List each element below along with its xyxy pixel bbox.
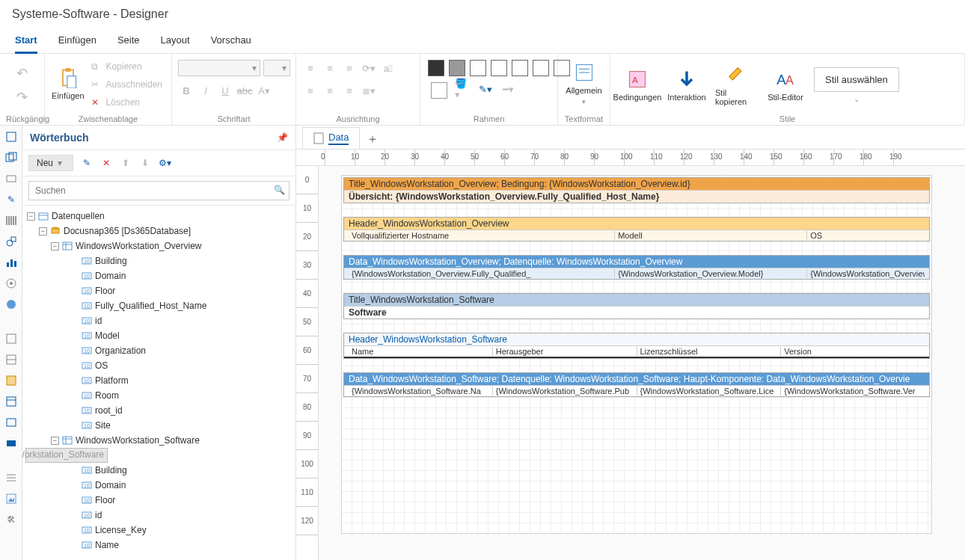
band-data-software[interactable]: Data_WindowsWorkstation_Software; Datenq… bbox=[343, 372, 930, 397]
band-header-software[interactable]: Header_WindowsWorkstation_Software Name … bbox=[343, 333, 930, 359]
style-editor-button[interactable]: AA Stil-Editor bbox=[765, 58, 806, 112]
tree-field[interactable]: 10id bbox=[25, 313, 292, 328]
menu-tab-page[interactable]: Seite bbox=[117, 34, 140, 53]
border-fill-icon[interactable] bbox=[449, 60, 465, 76]
edit-icon[interactable]: ✎ bbox=[81, 157, 93, 169]
new-button[interactable]: Neu▾ bbox=[28, 155, 73, 171]
tree-field[interactable]: 10Site bbox=[25, 418, 292, 433]
pin-icon[interactable]: 📌 bbox=[277, 132, 288, 143]
tree-field[interactable]: 10Domain bbox=[25, 268, 292, 283]
redo-icon[interactable]: ↷ bbox=[16, 89, 28, 105]
add-tab-button[interactable]: ＋ bbox=[363, 129, 382, 149]
menu-tab-start[interactable]: Start bbox=[15, 34, 37, 54]
tree-software[interactable]: − WindowsWorkstation_Software bbox=[25, 433, 292, 448]
align-center-icon[interactable]: ≡ bbox=[322, 60, 338, 76]
underline-button[interactable]: U bbox=[217, 82, 233, 99]
delete-button[interactable]: ✕Löschen bbox=[88, 94, 165, 111]
fill-color-icon[interactable] bbox=[431, 82, 447, 99]
conditions-button[interactable]: A Bedingungen bbox=[616, 58, 658, 112]
tree-field[interactable]: 10Name bbox=[25, 538, 292, 553]
doc-tab-data[interactable]: Data bbox=[302, 127, 360, 149]
band-data-overview[interactable]: Data_WindowsWorkstation_Overview; Datenq… bbox=[343, 255, 930, 280]
valign-top-icon[interactable]: ≡ bbox=[302, 82, 319, 99]
bucket-icon[interactable]: 🪣▾ bbox=[455, 81, 471, 97]
datasource-tree[interactable]: − Datenquellen − Docusnap365 [Ds365Datab… bbox=[22, 206, 295, 560]
font-family-select[interactable]: ▾ bbox=[178, 60, 260, 76]
tree-relation[interactable]: + WindowsWorkstation_Overview-WindowsWor… bbox=[25, 448, 108, 463]
select-style-button[interactable]: Stil auswählen bbox=[814, 67, 899, 92]
delete-icon[interactable]: ✕ bbox=[100, 157, 112, 169]
strip-icon-b[interactable] bbox=[4, 353, 18, 366]
pen-icon[interactable]: ✎▾ bbox=[477, 81, 494, 97]
tree-field[interactable]: 10OS bbox=[25, 358, 292, 373]
menu-tab-layout[interactable]: Layout bbox=[161, 34, 190, 53]
rotate-icon[interactable]: ⟳▾ bbox=[361, 60, 377, 76]
paste-button[interactable]: Einfügen bbox=[51, 57, 85, 111]
interaction-button[interactable]: Interaktion bbox=[666, 58, 708, 112]
strip-icon-3[interactable] bbox=[4, 172, 18, 185]
strip-icon-4[interactable]: ✎ bbox=[4, 193, 18, 206]
border-none-icon[interactable] bbox=[470, 60, 486, 76]
tree-db[interactable]: − Docusnap365 [Ds365Database] bbox=[25, 224, 292, 239]
font-color-button[interactable]: A▾ bbox=[256, 82, 272, 99]
strip-icon-target[interactable] bbox=[4, 277, 18, 290]
tree-field[interactable]: 10Floor bbox=[25, 283, 292, 298]
gear-icon[interactable]: ⚙▾ bbox=[159, 157, 171, 169]
copy-style-button[interactable]: Stil kopieren bbox=[715, 58, 757, 112]
valign-bot-icon[interactable]: ≡ bbox=[341, 82, 358, 99]
strip-icon-e[interactable] bbox=[4, 416, 18, 429]
cut-button[interactable]: ✂Ausschneiden bbox=[88, 76, 165, 93]
textformat-button[interactable]: Allgemein ▾ bbox=[564, 57, 604, 111]
clear-format-icon[interactable]: aͨ bbox=[380, 60, 396, 76]
chevron-down-icon[interactable]: ⌄ bbox=[854, 95, 860, 103]
tree-field[interactable]: 10License_Key bbox=[25, 523, 292, 538]
bold-button[interactable]: B bbox=[178, 82, 194, 99]
undo-icon[interactable]: ↶ bbox=[16, 65, 28, 81]
border-right-icon[interactable] bbox=[533, 60, 549, 76]
strip-icon-c[interactable] bbox=[4, 374, 18, 387]
tree-field[interactable]: 10id bbox=[25, 508, 292, 523]
line-style-icon[interactable]: ━▾ bbox=[500, 81, 516, 97]
strike-button[interactable]: abc bbox=[236, 82, 253, 99]
tree-field[interactable]: 10Organization bbox=[25, 343, 292, 358]
strip-icon-globe[interactable] bbox=[4, 298, 18, 311]
strip-icon-g[interactable] bbox=[4, 471, 18, 484]
border-top-icon[interactable] bbox=[512, 60, 528, 76]
border-all-icon[interactable] bbox=[428, 60, 444, 76]
tree-field[interactable]: 10Floor bbox=[25, 493, 292, 508]
line-spacing-icon[interactable]: ≣▾ bbox=[361, 82, 377, 99]
tree-field[interactable]: 10Room bbox=[25, 388, 292, 403]
align-right-icon[interactable]: ≡ bbox=[341, 60, 358, 76]
strip-icon-d[interactable] bbox=[4, 395, 18, 408]
strip-icon-1[interactable] bbox=[4, 130, 18, 144]
tree-field[interactable]: 10Platform bbox=[25, 373, 292, 388]
strip-icon-chart[interactable] bbox=[4, 256, 18, 269]
strip-icon-image[interactable] bbox=[4, 492, 18, 505]
report-sheet[interactable]: Title_WindowsWorkstation_Overview; Bedin… bbox=[341, 175, 932, 534]
copy-button[interactable]: ⧉Kopieren bbox=[88, 58, 165, 75]
tree-field[interactable]: 10Domain bbox=[25, 478, 292, 493]
valign-mid-icon[interactable]: ≡ bbox=[322, 82, 338, 99]
tree-field[interactable]: 10Building bbox=[25, 253, 292, 268]
tree-field[interactable]: 10root_id bbox=[25, 403, 292, 418]
band-title-overview[interactable]: Title_WindowsWorkstation_Overview; Bedin… bbox=[343, 177, 930, 203]
strip-icon-shape[interactable] bbox=[4, 235, 18, 248]
border-left-icon[interactable] bbox=[491, 60, 507, 76]
font-size-select[interactable]: ▾ bbox=[263, 60, 290, 76]
down-icon[interactable]: ⬇ bbox=[139, 157, 151, 169]
align-left-icon[interactable]: ≡ bbox=[302, 60, 319, 76]
italic-button[interactable]: I bbox=[197, 82, 214, 99]
band-header-overview[interactable]: Header_WindowsWorkstation_Overview Vollq… bbox=[343, 217, 930, 241]
search-icon[interactable]: 🔍 bbox=[274, 185, 285, 195]
search-input[interactable] bbox=[28, 181, 290, 200]
menu-tab-preview[interactable]: Vorschau bbox=[211, 34, 251, 53]
tree-field[interactable]: 10Building bbox=[25, 463, 292, 478]
band-title-software[interactable]: Title_WindowsWorkstation_Software Softwa… bbox=[343, 293, 930, 319]
tree-field[interactable]: 10Model bbox=[25, 328, 292, 343]
strip-icon-2[interactable] bbox=[4, 151, 18, 164]
tree-field[interactable]: 10Fully_Qualified_Host_Name bbox=[25, 298, 292, 313]
up-icon[interactable]: ⬆ bbox=[120, 157, 132, 169]
strip-icon-f[interactable] bbox=[4, 437, 18, 450]
strip-icon-barcode[interactable] bbox=[4, 214, 18, 227]
menu-tab-insert[interactable]: Einfügen bbox=[58, 34, 96, 53]
